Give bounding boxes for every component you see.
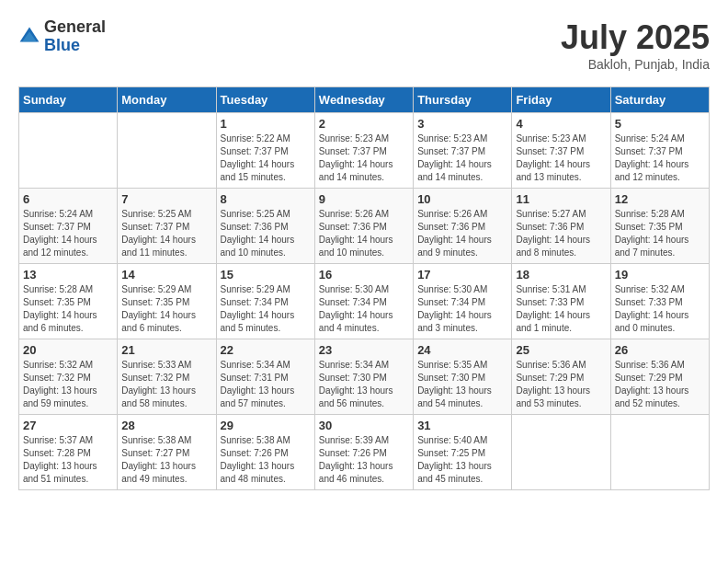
- day-number: 28: [121, 419, 211, 432]
- day-info: Sunrise: 5:33 AM Sunset: 7:32 PM Dayligh…: [121, 359, 211, 410]
- calendar-cell: 18Sunrise: 5:31 AM Sunset: 7:33 PM Dayli…: [512, 264, 610, 339]
- day-number: 9: [319, 192, 409, 206]
- day-number: 27: [23, 419, 113, 432]
- day-info: Sunrise: 5:25 AM Sunset: 7:36 PM Dayligh…: [221, 208, 311, 259]
- day-info: Sunrise: 5:26 AM Sunset: 7:36 PM Dayligh…: [319, 208, 409, 259]
- logo-icon: [18, 26, 40, 48]
- weekday-header-monday: Monday: [118, 87, 216, 113]
- day-info: Sunrise: 5:24 AM Sunset: 7:37 PM Dayligh…: [23, 208, 113, 259]
- day-number: 30: [319, 419, 409, 432]
- day-number: 19: [615, 268, 705, 282]
- calendar-week-3: 13Sunrise: 5:28 AM Sunset: 7:35 PM Dayli…: [19, 264, 710, 339]
- calendar-cell: 4Sunrise: 5:23 AM Sunset: 7:37 PM Daylig…: [512, 113, 610, 189]
- day-number: 24: [417, 343, 507, 357]
- day-info: Sunrise: 5:34 AM Sunset: 7:30 PM Dayligh…: [319, 359, 409, 410]
- day-number: 1: [221, 117, 311, 131]
- day-number: 2: [319, 117, 409, 131]
- calendar-week-1: 1Sunrise: 5:22 AM Sunset: 7:37 PM Daylig…: [19, 113, 710, 189]
- day-info: Sunrise: 5:40 AM Sunset: 7:25 PM Dayligh…: [417, 434, 507, 486]
- calendar-cell: 20Sunrise: 5:32 AM Sunset: 7:32 PM Dayli…: [19, 339, 118, 415]
- page-header: General Blue July 2025 Bakloh, Punjab, I…: [18, 18, 710, 72]
- day-info: Sunrise: 5:28 AM Sunset: 7:35 PM Dayligh…: [615, 208, 705, 259]
- calendar-cell: 27Sunrise: 5:37 AM Sunset: 7:28 PM Dayli…: [19, 415, 118, 490]
- day-info: Sunrise: 5:22 AM Sunset: 7:37 PM Dayligh…: [221, 132, 311, 184]
- day-number: 13: [23, 268, 113, 282]
- calendar-cell: 2Sunrise: 5:23 AM Sunset: 7:37 PM Daylig…: [314, 113, 413, 189]
- day-info: Sunrise: 5:38 AM Sunset: 7:26 PM Dayligh…: [221, 434, 311, 486]
- day-number: 18: [516, 268, 606, 282]
- day-number: 17: [417, 268, 507, 282]
- day-info: Sunrise: 5:29 AM Sunset: 7:34 PM Dayligh…: [221, 283, 311, 335]
- calendar-cell: 13Sunrise: 5:28 AM Sunset: 7:35 PM Dayli…: [19, 264, 118, 339]
- weekday-header-thursday: Thursday: [414, 87, 512, 113]
- calendar-table: SundayMondayTuesdayWednesdayThursdayFrid…: [18, 86, 710, 490]
- calendar-cell: 19Sunrise: 5:32 AM Sunset: 7:33 PM Dayli…: [610, 264, 709, 339]
- calendar-cell: 31Sunrise: 5:40 AM Sunset: 7:25 PM Dayli…: [414, 415, 512, 490]
- day-number: 21: [121, 343, 211, 357]
- day-number: 25: [516, 343, 606, 357]
- calendar-cell: 9Sunrise: 5:26 AM Sunset: 7:36 PM Daylig…: [314, 189, 413, 264]
- calendar-cell: 7Sunrise: 5:25 AM Sunset: 7:37 PM Daylig…: [118, 189, 216, 264]
- calendar-cell: [610, 415, 709, 490]
- day-number: 29: [221, 419, 311, 432]
- day-info: Sunrise: 5:30 AM Sunset: 7:34 PM Dayligh…: [319, 283, 409, 335]
- weekday-header-tuesday: Tuesday: [216, 87, 314, 113]
- calendar-cell: 26Sunrise: 5:36 AM Sunset: 7:29 PM Dayli…: [610, 339, 709, 415]
- calendar-cell: 3Sunrise: 5:23 AM Sunset: 7:37 PM Daylig…: [414, 113, 512, 189]
- day-info: Sunrise: 5:36 AM Sunset: 7:29 PM Dayligh…: [615, 359, 705, 410]
- calendar-cell: 10Sunrise: 5:26 AM Sunset: 7:36 PM Dayli…: [414, 189, 512, 264]
- day-number: 7: [121, 192, 211, 206]
- day-number: 11: [516, 192, 606, 206]
- calendar-cell: [512, 415, 610, 490]
- day-number: 8: [221, 192, 311, 206]
- day-number: 10: [417, 192, 507, 206]
- month-title: July 2025: [561, 18, 710, 57]
- day-info: Sunrise: 5:32 AM Sunset: 7:33 PM Dayligh…: [615, 283, 705, 335]
- day-number: 14: [121, 268, 211, 282]
- day-info: Sunrise: 5:29 AM Sunset: 7:35 PM Dayligh…: [121, 283, 211, 335]
- calendar-cell: 24Sunrise: 5:35 AM Sunset: 7:30 PM Dayli…: [414, 339, 512, 415]
- calendar-cell: 15Sunrise: 5:29 AM Sunset: 7:34 PM Dayli…: [216, 264, 314, 339]
- calendar-cell: 5Sunrise: 5:24 AM Sunset: 7:37 PM Daylig…: [610, 113, 709, 189]
- day-info: Sunrise: 5:26 AM Sunset: 7:36 PM Dayligh…: [417, 208, 507, 259]
- day-info: Sunrise: 5:23 AM Sunset: 7:37 PM Dayligh…: [417, 132, 507, 184]
- calendar-cell: 16Sunrise: 5:30 AM Sunset: 7:34 PM Dayli…: [314, 264, 413, 339]
- calendar-cell: 11Sunrise: 5:27 AM Sunset: 7:36 PM Dayli…: [512, 189, 610, 264]
- weekday-header-sunday: Sunday: [19, 87, 118, 113]
- day-number: 31: [417, 419, 507, 432]
- day-number: 23: [319, 343, 409, 357]
- day-info: Sunrise: 5:24 AM Sunset: 7:37 PM Dayligh…: [615, 132, 705, 184]
- calendar-cell: 17Sunrise: 5:30 AM Sunset: 7:34 PM Dayli…: [414, 264, 512, 339]
- day-info: Sunrise: 5:28 AM Sunset: 7:35 PM Dayligh…: [23, 283, 113, 335]
- logo-blue-text: Blue: [44, 37, 106, 55]
- calendar-cell: 25Sunrise: 5:36 AM Sunset: 7:29 PM Dayli…: [512, 339, 610, 415]
- day-number: 12: [615, 192, 705, 206]
- day-number: 4: [516, 117, 606, 131]
- day-info: Sunrise: 5:38 AM Sunset: 7:27 PM Dayligh…: [121, 434, 211, 486]
- calendar-cell: 1Sunrise: 5:22 AM Sunset: 7:37 PM Daylig…: [216, 113, 314, 189]
- day-info: Sunrise: 5:36 AM Sunset: 7:29 PM Dayligh…: [516, 359, 606, 410]
- day-info: Sunrise: 5:30 AM Sunset: 7:34 PM Dayligh…: [417, 283, 507, 335]
- calendar-cell: 29Sunrise: 5:38 AM Sunset: 7:26 PM Dayli…: [216, 415, 314, 490]
- day-info: Sunrise: 5:39 AM Sunset: 7:26 PM Dayligh…: [319, 434, 409, 486]
- day-number: 6: [23, 192, 113, 206]
- calendar-cell: 21Sunrise: 5:33 AM Sunset: 7:32 PM Dayli…: [118, 339, 216, 415]
- day-number: 15: [221, 268, 311, 282]
- weekday-header-friday: Friday: [512, 87, 610, 113]
- calendar-cell: [118, 113, 216, 189]
- weekday-header-saturday: Saturday: [610, 87, 709, 113]
- calendar-cell: 23Sunrise: 5:34 AM Sunset: 7:30 PM Dayli…: [314, 339, 413, 415]
- calendar-cell: 22Sunrise: 5:34 AM Sunset: 7:31 PM Dayli…: [216, 339, 314, 415]
- calendar-cell: 6Sunrise: 5:24 AM Sunset: 7:37 PM Daylig…: [19, 189, 118, 264]
- day-number: 26: [615, 343, 705, 357]
- day-number: 22: [221, 343, 311, 357]
- calendar-cell: 14Sunrise: 5:29 AM Sunset: 7:35 PM Dayli…: [118, 264, 216, 339]
- calendar-cell: 12Sunrise: 5:28 AM Sunset: 7:35 PM Dayli…: [610, 189, 709, 264]
- logo: General Blue: [18, 18, 106, 55]
- calendar-week-5: 27Sunrise: 5:37 AM Sunset: 7:28 PM Dayli…: [19, 415, 710, 490]
- day-number: 5: [615, 117, 705, 131]
- calendar-cell: [19, 113, 118, 189]
- title-area: July 2025 Bakloh, Punjab, India: [561, 18, 710, 72]
- calendar-cell: 8Sunrise: 5:25 AM Sunset: 7:36 PM Daylig…: [216, 189, 314, 264]
- day-number: 20: [23, 343, 113, 357]
